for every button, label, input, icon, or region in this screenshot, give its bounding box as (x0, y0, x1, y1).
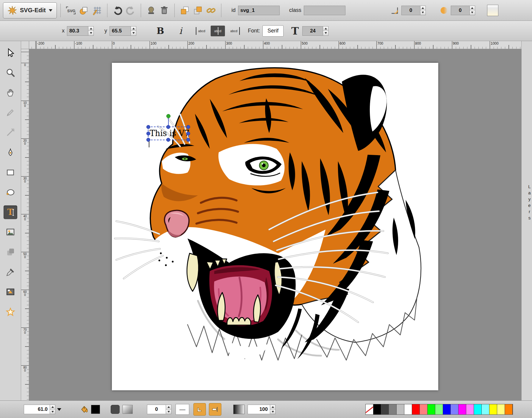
selection-handle-e[interactable] (186, 132, 190, 135)
angle-input[interactable] (401, 6, 420, 15)
palette-swatch[interactable] (435, 404, 443, 414)
italic-button[interactable]: i (174, 25, 187, 37)
selection-handle-n[interactable] (166, 125, 170, 129)
grid-button[interactable] (90, 4, 104, 17)
ruler-label: 400 (23, 215, 27, 221)
palette-swatch[interactable] (466, 404, 474, 414)
ellipse-tool[interactable] (4, 185, 17, 199)
zoom-dropdown-button[interactable] (55, 404, 63, 414)
palette-swatch[interactable] (373, 404, 381, 414)
palette-swatch[interactable] (397, 404, 404, 414)
font-size-spinner[interactable] (323, 26, 328, 36)
library-tool[interactable] (4, 285, 17, 299)
stroke-dash-button[interactable]: — (176, 404, 189, 415)
text-anchor-start-button[interactable]: abcd (195, 26, 209, 36)
workarea[interactable]: This is V7 (29, 49, 521, 400)
stroke-width-input[interactable] (147, 405, 166, 414)
delete-button[interactable] (158, 4, 171, 17)
text-anchor-middle-button[interactable]: abcd (211, 26, 225, 36)
star-tool[interactable] (4, 305, 17, 319)
selection-handle-sw[interactable] (146, 138, 150, 142)
rect-tool[interactable] (4, 166, 17, 179)
opacity-spinner[interactable] (270, 405, 276, 414)
zoom-spinner[interactable] (50, 405, 55, 414)
select-tool[interactable] (4, 46, 17, 60)
link-button[interactable] (204, 4, 218, 17)
stroke-width-spinner[interactable] (166, 405, 171, 414)
pan-tool[interactable] (4, 86, 17, 99)
main-menu-button[interactable]: SVG-Edit (3, 2, 57, 18)
rotate-handle[interactable] (166, 114, 170, 118)
font-size-input[interactable] (302, 26, 323, 36)
y-label: y (104, 28, 107, 34)
move-bottom-button[interactable] (178, 4, 191, 17)
move-top-button[interactable] (191, 4, 204, 17)
zoom-tool[interactable] (4, 66, 17, 79)
x-input[interactable] (67, 26, 88, 36)
selection-handle-se[interactable] (186, 138, 190, 142)
selection-handle-s[interactable] (166, 138, 170, 142)
selection-handle-nw[interactable] (146, 125, 150, 129)
background-swatch[interactable] (487, 5, 498, 16)
palette-swatch[interactable] (505, 404, 513, 414)
layers-panel-toggle[interactable]: Layers (521, 41, 532, 400)
palette-swatch[interactable] (412, 404, 420, 414)
selected-text[interactable]: This is V7 (148, 129, 190, 138)
selection-box[interactable]: This is V7 (148, 127, 189, 140)
palette-swatch[interactable] (366, 404, 373, 414)
y-spinner[interactable] (131, 26, 136, 36)
blur-input[interactable] (451, 6, 470, 15)
zoom-input[interactable] (24, 405, 50, 414)
source-code-button[interactable]: SVG (64, 4, 77, 17)
clone-button[interactable] (145, 4, 158, 17)
id-input[interactable] (238, 6, 280, 15)
class-input[interactable] (304, 6, 345, 15)
y-group: y (102, 26, 136, 36)
line-tool[interactable] (4, 126, 17, 139)
undo-button[interactable] (111, 4, 124, 17)
palette-swatch[interactable] (474, 404, 482, 414)
eyedropper-tool[interactable] (4, 265, 17, 279)
linecap-button[interactable] (209, 403, 221, 416)
palette-swatch[interactable] (404, 404, 412, 414)
palette-swatch[interactable] (459, 404, 466, 414)
selection-handle-w[interactable] (146, 132, 150, 135)
redo-button[interactable] (124, 4, 137, 17)
palette-swatch[interactable] (451, 404, 459, 414)
y-input[interactable] (109, 26, 131, 36)
palette-swatch[interactable] (443, 404, 451, 414)
shape-library-tool[interactable] (4, 245, 17, 259)
palette-swatch[interactable] (389, 404, 397, 414)
ruler-label: 300 (226, 41, 232, 46)
palette-swatch[interactable] (489, 404, 497, 414)
palette-swatch[interactable] (428, 404, 435, 414)
pencil-tool[interactable] (4, 106, 17, 119)
palette-swatch[interactable] (381, 404, 389, 414)
blur-group (439, 6, 475, 15)
palette-swatch[interactable] (482, 404, 489, 414)
selection-handle-ne[interactable] (186, 125, 190, 129)
opacity-input[interactable] (248, 405, 270, 414)
link-icon (206, 5, 216, 15)
linejoin-button[interactable] (193, 403, 206, 416)
ruler-label: 900 (453, 41, 459, 46)
palette-swatch[interactable] (420, 404, 428, 414)
font-family-button[interactable]: Serif (262, 25, 284, 37)
fill-color-swatch[interactable] (91, 405, 100, 414)
stroke-color-swatch[interactable] (111, 405, 120, 414)
wireframe-button[interactable] (77, 4, 90, 17)
id-field-group: id (229, 6, 280, 15)
palette-swatch[interactable] (497, 404, 505, 414)
x-spinner[interactable] (88, 26, 94, 36)
rect-icon (6, 168, 15, 177)
text-tool[interactable]: T (4, 205, 17, 219)
bold-button[interactable]: B (154, 25, 167, 37)
angle-spinner[interactable] (420, 6, 426, 15)
blur-spinner[interactable] (470, 6, 475, 15)
text-anchor-end-button[interactable]: abcd (227, 26, 241, 36)
svg-canvas[interactable] (112, 63, 438, 390)
path-tool[interactable] (4, 146, 17, 159)
image-tool[interactable] (4, 225, 17, 239)
gradient-swatch[interactable] (123, 405, 133, 414)
star-icon (6, 307, 15, 317)
